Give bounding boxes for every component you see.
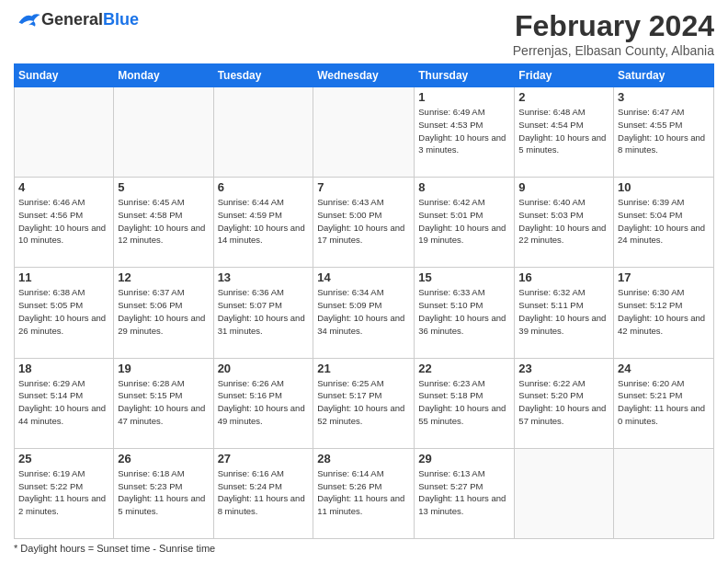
day-info: Sunrise: 6:42 AM Sunset: 5:01 PM Dayligh…: [418, 196, 510, 247]
day-info: Sunrise: 6:33 AM Sunset: 5:10 PM Dayligh…: [418, 286, 510, 337]
day-number: 14: [317, 270, 410, 284]
logo-icon: [16, 9, 41, 29]
day-number: 5: [118, 180, 209, 194]
day-number: 28: [317, 452, 410, 465]
day-number: 29: [418, 452, 510, 465]
calendar-cell: [313, 87, 415, 178]
day-number: 2: [518, 90, 609, 104]
calendar-subtitle: Perrenjas, Elbasan County, Albania: [513, 43, 714, 58]
calendar-cell: 4Sunrise: 6:46 AM Sunset: 4:56 PM Daylig…: [15, 178, 114, 268]
day-info: Sunrise: 6:48 AM Sunset: 4:54 PM Dayligh…: [518, 106, 609, 156]
calendar-cell: 8Sunrise: 6:42 AM Sunset: 5:01 PM Daylig…: [415, 178, 515, 268]
day-info: Sunrise: 6:32 AM Sunset: 5:11 PM Dayligh…: [518, 286, 609, 337]
day-info: Sunrise: 6:26 AM Sunset: 5:16 PM Dayligh…: [218, 377, 310, 428]
calendar-cell: 25Sunrise: 6:19 AM Sunset: 5:22 PM Dayli…: [15, 448, 114, 538]
calendar-cell: 24Sunrise: 6:20 AM Sunset: 5:21 PM Dayli…: [614, 358, 714, 448]
day-info: Sunrise: 6:19 AM Sunset: 5:22 PM Dayligh…: [18, 467, 109, 518]
header-day: Friday: [515, 64, 614, 87]
day-number: 19: [118, 362, 209, 375]
day-number: 6: [218, 180, 310, 194]
logo-blue-text: Blue: [103, 10, 139, 29]
day-info: Sunrise: 6:43 AM Sunset: 5:00 PM Dayligh…: [317, 196, 410, 247]
calendar-cell: 28Sunrise: 6:14 AM Sunset: 5:26 PM Dayli…: [313, 448, 415, 538]
calendar-cell: 21Sunrise: 6:25 AM Sunset: 5:17 PM Dayli…: [313, 358, 415, 448]
day-info: Sunrise: 6:14 AM Sunset: 5:26 PM Dayligh…: [317, 467, 410, 518]
day-info: Sunrise: 6:34 AM Sunset: 5:09 PM Dayligh…: [317, 286, 410, 337]
day-info: Sunrise: 6:20 AM Sunset: 5:21 PM Dayligh…: [618, 377, 710, 428]
day-info: Sunrise: 6:45 AM Sunset: 4:58 PM Dayligh…: [118, 196, 209, 247]
calendar-cell: 14Sunrise: 6:34 AM Sunset: 5:09 PM Dayli…: [313, 268, 415, 358]
day-number: 13: [218, 270, 310, 284]
calendar-cell: 27Sunrise: 6:16 AM Sunset: 5:24 PM Dayli…: [213, 448, 313, 538]
day-number: 4: [18, 180, 109, 194]
header-day: Sunday: [15, 64, 114, 87]
logo: GeneralBlue: [14, 9, 139, 29]
day-number: 8: [418, 180, 510, 194]
calendar-cell: 22Sunrise: 6:23 AM Sunset: 5:18 PM Dayli…: [415, 358, 515, 448]
calendar-cell: 7Sunrise: 6:43 AM Sunset: 5:00 PM Daylig…: [313, 178, 415, 268]
day-number: 10: [618, 180, 710, 194]
day-number: 26: [118, 452, 209, 465]
day-number: 21: [317, 362, 410, 375]
day-number: 20: [218, 362, 310, 375]
day-info: Sunrise: 6:23 AM Sunset: 5:18 PM Dayligh…: [418, 377, 510, 428]
calendar-cell: 2Sunrise: 6:48 AM Sunset: 4:54 PM Daylig…: [515, 87, 614, 178]
day-info: Sunrise: 6:39 AM Sunset: 5:04 PM Dayligh…: [618, 196, 710, 247]
day-info: Sunrise: 6:37 AM Sunset: 5:06 PM Dayligh…: [118, 286, 209, 337]
day-info: Sunrise: 6:49 AM Sunset: 4:53 PM Dayligh…: [418, 106, 510, 156]
day-info: Sunrise: 6:18 AM Sunset: 5:23 PM Dayligh…: [118, 467, 209, 518]
calendar-cell: 6Sunrise: 6:44 AM Sunset: 4:59 PM Daylig…: [213, 178, 313, 268]
calendar-week-row: 4Sunrise: 6:46 AM Sunset: 4:56 PM Daylig…: [15, 178, 714, 268]
day-info: Sunrise: 6:47 AM Sunset: 4:55 PM Dayligh…: [618, 106, 710, 156]
calendar-cell: 19Sunrise: 6:28 AM Sunset: 5:15 PM Dayli…: [114, 358, 213, 448]
calendar-cell: 18Sunrise: 6:29 AM Sunset: 5:14 PM Dayli…: [15, 358, 114, 448]
day-number: 18: [18, 362, 109, 375]
calendar-title: February 2024: [513, 9, 714, 43]
day-number: 27: [218, 452, 310, 465]
day-info: Sunrise: 6:13 AM Sunset: 5:27 PM Dayligh…: [418, 467, 510, 518]
day-info: Sunrise: 6:25 AM Sunset: 5:17 PM Dayligh…: [317, 377, 410, 428]
day-info: Sunrise: 6:40 AM Sunset: 5:03 PM Dayligh…: [518, 196, 609, 247]
daylight-label: Daylight hours: [20, 543, 85, 554]
day-info: Sunrise: 6:16 AM Sunset: 5:24 PM Dayligh…: [218, 467, 310, 518]
day-info: Sunrise: 6:36 AM Sunset: 5:07 PM Dayligh…: [218, 286, 310, 337]
calendar-cell: 11Sunrise: 6:38 AM Sunset: 5:05 PM Dayli…: [15, 268, 114, 358]
calendar-week-row: 1Sunrise: 6:49 AM Sunset: 4:53 PM Daylig…: [15, 87, 714, 178]
calendar-cell: 1Sunrise: 6:49 AM Sunset: 4:53 PM Daylig…: [415, 87, 515, 178]
header-day: Thursday: [415, 64, 515, 87]
day-number: 12: [118, 270, 209, 284]
calendar-cell: 23Sunrise: 6:22 AM Sunset: 5:20 PM Dayli…: [515, 358, 614, 448]
calendar-cell: [15, 87, 114, 178]
day-number: 11: [18, 270, 109, 284]
calendar-cell: [114, 87, 213, 178]
day-info: Sunrise: 6:28 AM Sunset: 5:15 PM Dayligh…: [118, 377, 209, 428]
calendar-cell: [213, 87, 313, 178]
calendar-cell: 26Sunrise: 6:18 AM Sunset: 5:23 PM Dayli…: [114, 448, 213, 538]
calendar-header: SundayMondayTuesdayWednesdayThursdayFrid…: [15, 64, 714, 87]
page: GeneralBlue February 2024 Perrenjas, Elb…: [0, 0, 728, 563]
calendar-cell: 10Sunrise: 6:39 AM Sunset: 5:04 PM Dayli…: [614, 178, 714, 268]
day-number: 9: [518, 180, 609, 194]
calendar-cell: 17Sunrise: 6:30 AM Sunset: 5:12 PM Dayli…: [614, 268, 714, 358]
calendar-week-row: 11Sunrise: 6:38 AM Sunset: 5:05 PM Dayli…: [15, 268, 714, 358]
calendar-week-row: 18Sunrise: 6:29 AM Sunset: 5:14 PM Dayli…: [15, 358, 714, 448]
logo-general-text: General: [41, 10, 103, 29]
calendar-cell: 20Sunrise: 6:26 AM Sunset: 5:16 PM Dayli…: [213, 358, 313, 448]
day-number: 1: [418, 90, 510, 104]
header-day: Monday: [114, 64, 213, 87]
top-section: GeneralBlue February 2024 Perrenjas, Elb…: [14, 9, 714, 58]
day-number: 3: [618, 90, 710, 104]
calendar-cell: 12Sunrise: 6:37 AM Sunset: 5:06 PM Dayli…: [114, 268, 213, 358]
calendar-cell: 3Sunrise: 6:47 AM Sunset: 4:55 PM Daylig…: [614, 87, 714, 178]
header-day: Saturday: [614, 64, 714, 87]
calendar-cell: 16Sunrise: 6:32 AM Sunset: 5:11 PM Dayli…: [515, 268, 614, 358]
header-row: SundayMondayTuesdayWednesdayThursdayFrid…: [15, 64, 714, 87]
footer-note: * Daylight hours = Sunset time - Sunrise…: [14, 543, 714, 554]
header-day: Tuesday: [213, 64, 313, 87]
day-number: 22: [418, 362, 510, 375]
day-info: Sunrise: 6:30 AM Sunset: 5:12 PM Dayligh…: [618, 286, 710, 337]
calendar-cell: 15Sunrise: 6:33 AM Sunset: 5:10 PM Dayli…: [415, 268, 515, 358]
day-info: Sunrise: 6:22 AM Sunset: 5:20 PM Dayligh…: [518, 377, 609, 428]
header-day: Wednesday: [313, 64, 415, 87]
calendar-cell: 29Sunrise: 6:13 AM Sunset: 5:27 PM Dayli…: [415, 448, 515, 538]
